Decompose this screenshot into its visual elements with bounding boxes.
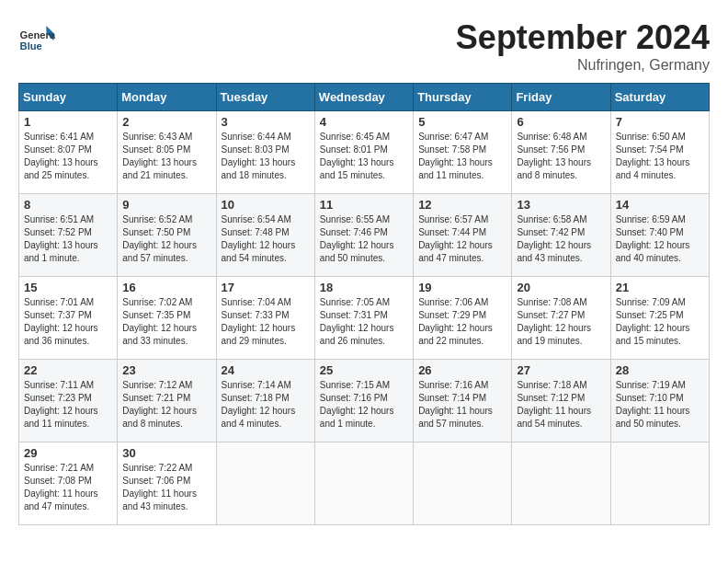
calendar-cell bbox=[610, 442, 709, 525]
day-info: Sunrise: 6:44 AM Sunset: 8:03 PM Dayligh… bbox=[222, 132, 296, 180]
day-number: 11 bbox=[320, 198, 408, 212]
calendar-cell: 3 Sunrise: 6:44 AM Sunset: 8:03 PM Dayli… bbox=[216, 111, 314, 194]
day-number: 27 bbox=[517, 363, 605, 377]
calendar-cell: 5 Sunrise: 6:47 AM Sunset: 7:58 PM Dayli… bbox=[414, 111, 512, 194]
column-header-thursday: Thursday bbox=[414, 84, 512, 111]
month-title: September 2024 bbox=[456, 18, 710, 57]
day-number: 25 bbox=[320, 363, 408, 377]
location: Nufringen, Germany bbox=[456, 57, 710, 74]
day-info: Sunrise: 7:11 AM Sunset: 7:23 PM Dayligh… bbox=[24, 380, 98, 429]
calendar-cell: 9 Sunrise: 6:52 AM Sunset: 7:50 PM Dayli… bbox=[118, 194, 216, 277]
day-number: 29 bbox=[24, 446, 112, 460]
column-header-sunday: Sunday bbox=[19, 84, 118, 111]
day-info: Sunrise: 6:41 AM Sunset: 8:07 PM Dayligh… bbox=[24, 132, 98, 180]
day-number: 17 bbox=[222, 281, 310, 294]
day-number: 4 bbox=[320, 115, 408, 129]
calendar-cell bbox=[216, 442, 314, 525]
day-number: 7 bbox=[616, 115, 704, 129]
day-number: 20 bbox=[517, 281, 605, 294]
day-number: 10 bbox=[222, 198, 310, 212]
logo: General Blue bbox=[18, 18, 61, 55]
calendar-cell: 8 Sunrise: 6:51 AM Sunset: 7:52 PM Dayli… bbox=[19, 194, 118, 277]
day-info: Sunrise: 7:15 AM Sunset: 7:16 PM Dayligh… bbox=[320, 380, 394, 429]
calendar-cell: 24 Sunrise: 7:14 AM Sunset: 7:18 PM Dayl… bbox=[216, 360, 314, 442]
calendar-cell: 19 Sunrise: 7:06 AM Sunset: 7:29 PM Dayl… bbox=[414, 277, 512, 360]
calendar-cell: 23 Sunrise: 7:12 AM Sunset: 7:21 PM Dayl… bbox=[118, 360, 216, 442]
svg-text:Blue: Blue bbox=[20, 40, 42, 52]
calendar-cell: 10 Sunrise: 6:54 AM Sunset: 7:48 PM Dayl… bbox=[216, 194, 314, 277]
day-number: 3 bbox=[222, 115, 310, 129]
calendar-cell: 25 Sunrise: 7:15 AM Sunset: 7:16 PM Dayl… bbox=[314, 360, 413, 442]
day-info: Sunrise: 6:50 AM Sunset: 7:54 PM Dayligh… bbox=[616, 132, 690, 180]
day-number: 14 bbox=[616, 198, 704, 212]
day-info: Sunrise: 6:47 AM Sunset: 7:58 PM Dayligh… bbox=[418, 132, 493, 180]
column-header-saturday: Saturday bbox=[610, 84, 709, 111]
day-info: Sunrise: 6:48 AM Sunset: 7:56 PM Dayligh… bbox=[517, 132, 591, 180]
calendar-cell: 6 Sunrise: 6:48 AM Sunset: 7:56 PM Dayli… bbox=[512, 111, 610, 194]
calendar-table: SundayMondayTuesdayWednesdayThursdayFrid… bbox=[18, 83, 710, 525]
day-info: Sunrise: 7:02 AM Sunset: 7:35 PM Dayligh… bbox=[122, 297, 197, 346]
calendar-cell: 1 Sunrise: 6:41 AM Sunset: 8:07 PM Dayli… bbox=[19, 111, 118, 194]
calendar-cell: 17 Sunrise: 7:04 AM Sunset: 7:33 PM Dayl… bbox=[216, 277, 314, 360]
page-header: General Blue September 2024 Nufringen, G… bbox=[18, 18, 710, 74]
calendar-cell: 14 Sunrise: 6:59 AM Sunset: 7:40 PM Dayl… bbox=[610, 194, 709, 277]
day-number: 6 bbox=[517, 115, 605, 129]
day-info: Sunrise: 7:08 AM Sunset: 7:27 PM Dayligh… bbox=[517, 297, 591, 346]
calendar-cell: 4 Sunrise: 6:45 AM Sunset: 8:01 PM Dayli… bbox=[314, 111, 413, 194]
day-number: 2 bbox=[122, 115, 210, 129]
day-number: 8 bbox=[24, 198, 112, 212]
calendar-cell: 30 Sunrise: 7:22 AM Sunset: 7:06 PM Dayl… bbox=[118, 442, 216, 525]
day-info: Sunrise: 6:54 AM Sunset: 7:48 PM Dayligh… bbox=[222, 214, 296, 263]
day-info: Sunrise: 7:12 AM Sunset: 7:21 PM Dayligh… bbox=[122, 380, 197, 429]
day-info: Sunrise: 7:19 AM Sunset: 7:10 PM Dayligh… bbox=[616, 380, 690, 429]
day-number: 9 bbox=[122, 198, 210, 212]
day-number: 22 bbox=[24, 363, 112, 377]
title-block: September 2024 Nufringen, Germany bbox=[456, 18, 710, 74]
day-number: 19 bbox=[418, 281, 506, 294]
calendar-cell: 16 Sunrise: 7:02 AM Sunset: 7:35 PM Dayl… bbox=[118, 277, 216, 360]
day-info: Sunrise: 6:59 AM Sunset: 7:40 PM Dayligh… bbox=[616, 214, 690, 263]
calendar-cell: 11 Sunrise: 6:55 AM Sunset: 7:46 PM Dayl… bbox=[314, 194, 413, 277]
day-number: 30 bbox=[122, 446, 210, 460]
calendar-cell bbox=[414, 442, 512, 525]
day-info: Sunrise: 7:09 AM Sunset: 7:25 PM Dayligh… bbox=[616, 297, 690, 346]
day-number: 24 bbox=[222, 363, 310, 377]
calendar-cell: 27 Sunrise: 7:18 AM Sunset: 7:12 PM Dayl… bbox=[512, 360, 610, 442]
day-number: 26 bbox=[418, 363, 506, 377]
day-info: Sunrise: 7:01 AM Sunset: 7:37 PM Dayligh… bbox=[24, 297, 98, 346]
day-info: Sunrise: 6:58 AM Sunset: 7:42 PM Dayligh… bbox=[517, 214, 591, 263]
calendar-cell bbox=[314, 442, 413, 525]
day-info: Sunrise: 7:04 AM Sunset: 7:33 PM Dayligh… bbox=[222, 297, 296, 346]
day-info: Sunrise: 7:14 AM Sunset: 7:18 PM Dayligh… bbox=[222, 380, 296, 429]
day-number: 21 bbox=[616, 281, 704, 294]
day-number: 15 bbox=[24, 281, 112, 294]
calendar-cell: 21 Sunrise: 7:09 AM Sunset: 7:25 PM Dayl… bbox=[610, 277, 709, 360]
day-info: Sunrise: 6:51 AM Sunset: 7:52 PM Dayligh… bbox=[24, 214, 98, 263]
calendar-cell: 12 Sunrise: 6:57 AM Sunset: 7:44 PM Dayl… bbox=[414, 194, 512, 277]
calendar-cell: 28 Sunrise: 7:19 AM Sunset: 7:10 PM Dayl… bbox=[610, 360, 709, 442]
day-info: Sunrise: 6:55 AM Sunset: 7:46 PM Dayligh… bbox=[320, 214, 394, 263]
column-header-wednesday: Wednesday bbox=[314, 84, 413, 111]
day-info: Sunrise: 6:45 AM Sunset: 8:01 PM Dayligh… bbox=[320, 132, 394, 180]
column-header-friday: Friday bbox=[512, 84, 610, 111]
day-number: 5 bbox=[418, 115, 506, 129]
day-info: Sunrise: 6:43 AM Sunset: 8:05 PM Dayligh… bbox=[122, 132, 197, 180]
calendar-cell: 7 Sunrise: 6:50 AM Sunset: 7:54 PM Dayli… bbox=[610, 111, 709, 194]
day-number: 16 bbox=[122, 281, 210, 294]
calendar-cell bbox=[512, 442, 610, 525]
day-info: Sunrise: 6:52 AM Sunset: 7:50 PM Dayligh… bbox=[122, 214, 197, 263]
logo-icon: General Blue bbox=[18, 18, 55, 55]
day-info: Sunrise: 7:22 AM Sunset: 7:06 PM Dayligh… bbox=[122, 463, 197, 511]
calendar-cell: 15 Sunrise: 7:01 AM Sunset: 7:37 PM Dayl… bbox=[19, 277, 118, 360]
day-number: 28 bbox=[616, 363, 704, 377]
day-number: 12 bbox=[418, 198, 506, 212]
day-number: 18 bbox=[320, 281, 408, 294]
calendar-cell: 20 Sunrise: 7:08 AM Sunset: 7:27 PM Dayl… bbox=[512, 277, 610, 360]
calendar-cell: 18 Sunrise: 7:05 AM Sunset: 7:31 PM Dayl… bbox=[314, 277, 413, 360]
calendar-cell: 2 Sunrise: 6:43 AM Sunset: 8:05 PM Dayli… bbox=[118, 111, 216, 194]
column-header-tuesday: Tuesday bbox=[216, 84, 314, 111]
day-info: Sunrise: 7:05 AM Sunset: 7:31 PM Dayligh… bbox=[320, 297, 394, 346]
day-info: Sunrise: 7:06 AM Sunset: 7:29 PM Dayligh… bbox=[418, 297, 493, 346]
day-info: Sunrise: 7:18 AM Sunset: 7:12 PM Dayligh… bbox=[517, 380, 591, 429]
day-number: 23 bbox=[122, 363, 210, 377]
